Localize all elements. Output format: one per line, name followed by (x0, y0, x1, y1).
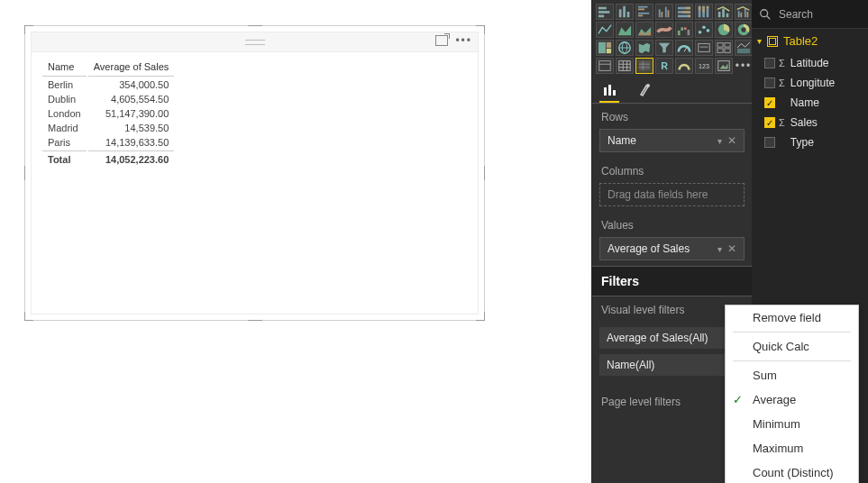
area-chart-icon[interactable] (616, 22, 634, 38)
r-visual-icon[interactable]: R (655, 58, 673, 74)
checkbox-icon[interactable] (764, 77, 775, 88)
visual-drag-bar[interactable]: ••• (32, 32, 478, 52)
menu-remove-field[interactable]: Remove field (726, 305, 858, 330)
treemap-icon[interactable] (596, 40, 614, 56)
svg-rect-23 (702, 6, 705, 13)
remove-field-icon[interactable]: ✕ (727, 134, 736, 147)
rows-field-well[interactable]: Name ▾ ✕ (599, 129, 745, 152)
multi-card-icon[interactable] (715, 40, 733, 56)
values-label: Values (592, 212, 752, 237)
format-tab-icon[interactable] (635, 79, 655, 103)
filter-chip[interactable]: Average of Sales(All) (599, 327, 745, 349)
funnel-icon[interactable] (655, 40, 673, 56)
svg-rect-59 (725, 49, 730, 52)
arc-icon[interactable] (675, 58, 693, 74)
filter-chip[interactable]: Name(All) (599, 354, 745, 376)
resize-handle[interactable] (480, 166, 485, 180)
visual-container[interactable]: ••• Name Average of Sales Berlin354,000.… (24, 25, 485, 321)
menu-minimum[interactable]: Minimum (726, 412, 858, 436)
text-123-icon[interactable]: 123 (695, 58, 713, 74)
menu-sum[interactable]: Sum (726, 363, 858, 387)
field-row[interactable]: Σ Latitude (752, 53, 868, 73)
100-stacked-bar-icon[interactable] (675, 4, 693, 20)
checkbox-icon[interactable] (764, 58, 775, 68)
field-row[interactable]: ✓ Σ Name (752, 93, 868, 113)
field-row[interactable]: Σ Type (752, 132, 868, 152)
resize-handle[interactable] (248, 25, 262, 31)
checkbox-icon[interactable]: ✓ (764, 97, 775, 108)
svg-rect-17 (682, 11, 690, 14)
pie-chart-icon[interactable] (715, 22, 733, 38)
svg-rect-76 (604, 87, 607, 96)
menu-average[interactable]: Average (726, 387, 858, 412)
stacked-bar-icon[interactable] (596, 4, 614, 20)
slicer-icon[interactable] (596, 58, 614, 74)
search-input[interactable]: Search (752, 0, 868, 29)
stacked-column-icon[interactable] (616, 4, 634, 20)
matrix-icon[interactable] (635, 58, 653, 74)
svg-point-79 (646, 84, 650, 87)
stacked-area-icon[interactable] (635, 22, 653, 38)
svg-rect-60 (737, 49, 750, 53)
more-visuals-icon[interactable]: ••• (735, 58, 753, 74)
map-icon[interactable] (616, 40, 634, 56)
remove-field-icon[interactable]: ✕ (727, 242, 736, 255)
svg-rect-1 (598, 11, 609, 14)
menu-count-distinct[interactable]: Count (Distinct) (726, 460, 858, 483)
image-icon[interactable] (715, 58, 733, 74)
svg-rect-5 (627, 12, 630, 17)
svg-line-81 (767, 15, 771, 19)
chevron-down-icon[interactable]: ▾ (717, 244, 722, 254)
ribbon-chart-icon[interactable] (655, 22, 673, 38)
chevron-down-icon[interactable]: ▾ (717, 136, 722, 146)
donut-chart-icon[interactable] (735, 22, 753, 38)
table-icon[interactable] (616, 58, 634, 74)
columns-label: Columns (592, 158, 752, 183)
resize-handle[interactable] (24, 166, 30, 180)
svg-rect-9 (638, 15, 643, 17)
col-header-name[interactable]: Name (42, 61, 87, 77)
kpi-icon[interactable] (735, 40, 753, 56)
clustered-bar-icon[interactable] (635, 4, 653, 20)
table-row: Paris14,139,633.50 (42, 136, 174, 149)
fields-tab-icon[interactable] (599, 79, 619, 103)
svg-point-40 (699, 31, 702, 34)
waterfall-icon[interactable] (675, 22, 693, 38)
svg-rect-38 (684, 27, 687, 30)
100-stacked-column-icon[interactable] (695, 4, 713, 20)
resize-handle[interactable] (248, 315, 262, 321)
focus-mode-icon[interactable] (435, 35, 448, 46)
columns-field-well[interactable]: Drag data fields here (599, 183, 745, 206)
menu-quick-calc[interactable]: Quick Calc (726, 334, 858, 359)
table-visual: ••• Name Average of Sales Berlin354,000.… (31, 32, 479, 314)
table-row: Berlin354,000.50 (42, 78, 174, 91)
svg-rect-7 (638, 8, 644, 10)
card-icon[interactable] (695, 40, 713, 56)
line-clustered-icon[interactable] (735, 4, 753, 20)
values-field-well[interactable]: Average of Sales ▾ ✕ (599, 237, 745, 260)
scatter-chart-icon[interactable] (695, 22, 713, 38)
field-row[interactable]: Σ Longitute (752, 73, 868, 93)
clustered-column-icon[interactable] (655, 4, 673, 20)
table-header[interactable]: ▾ Table2 (752, 29, 868, 53)
checkbox-icon[interactable] (764, 137, 775, 148)
svg-rect-57 (725, 43, 730, 47)
svg-point-41 (702, 26, 706, 30)
more-options-icon[interactable]: ••• (455, 35, 472, 46)
svg-rect-29 (738, 11, 740, 17)
filled-map-icon[interactable] (635, 40, 653, 56)
svg-rect-13 (668, 10, 670, 17)
format-tabs (592, 76, 752, 104)
menu-separator (733, 332, 851, 333)
col-header-avg[interactable]: Average of Sales (88, 61, 175, 77)
menu-maximum[interactable]: Maximum (726, 436, 858, 460)
svg-rect-21 (699, 6, 701, 10)
checkbox-icon[interactable]: ✓ (764, 117, 775, 128)
report-canvas[interactable]: ••• Name Average of Sales Berlin354,000.… (0, 0, 591, 483)
table-icon (767, 36, 778, 47)
field-row[interactable]: ✓ Σ Sales (752, 113, 868, 132)
sigma-icon: Σ (779, 58, 785, 68)
line-chart-icon[interactable] (596, 22, 614, 38)
gauge-icon[interactable] (675, 40, 693, 56)
line-column-icon[interactable] (715, 4, 733, 20)
